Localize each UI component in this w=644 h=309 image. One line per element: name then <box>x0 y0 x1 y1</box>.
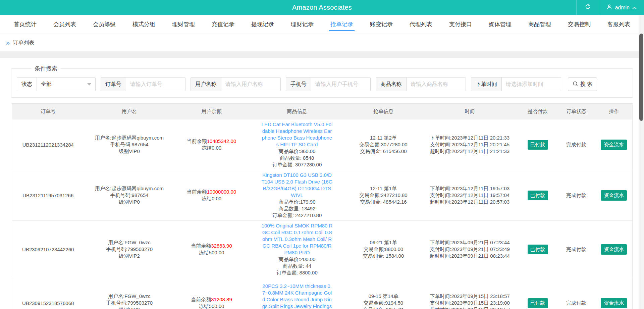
search-button-label: 搜 索 <box>580 81 592 88</box>
time-info: 下单时间:2023年09月15日 23:18:57支付时间:2023年09月15… <box>430 293 509 309</box>
nav-tab[interactable]: 理财记录 <box>282 15 322 34</box>
header-controls: admin <box>576 0 644 15</box>
admin-page: Amazon Associates admin <box>0 0 644 309</box>
order-status: 完成付款 <box>566 300 586 306</box>
fund-flow-button[interactable]: 资金流水 <box>601 190 627 201</box>
column-header: 用户名 <box>84 104 175 119</box>
breadcrumb: » 订单列表 <box>0 34 644 51</box>
user-menu[interactable]: admin <box>599 0 644 15</box>
search-field: 下单时间 <box>471 77 561 91</box>
search-legend: 条件搜索 <box>31 65 61 72</box>
field-label: 手机号 <box>286 78 311 91</box>
page-scrollbar[interactable] <box>639 15 644 309</box>
balance-info: 当前余额10485342.00冻结0.00 <box>176 138 247 151</box>
search-field: 用户名称 <box>191 77 281 91</box>
nav-tab[interactable]: 媒体管理 <box>480 15 520 34</box>
product-link[interactable]: Kingston DT100 G3 USB 3.0/DT104 USB 2.0 … <box>262 172 333 199</box>
balance-info: 当前余额32863.90冻结500.00 <box>176 243 247 256</box>
search-field: 商品名称 <box>376 77 466 91</box>
order-status: 完成付款 <box>566 246 586 252</box>
nav-tab[interactable]: 首页统计 <box>5 15 45 34</box>
nav-tab[interactable]: 理财管理 <box>164 15 203 34</box>
table-row: UB2309210723442260用户名:FGW_0wzc手机号码:79950… <box>12 221 633 278</box>
paid-badge: 已付款 <box>528 140 548 150</box>
field-label: 订单号 <box>101 78 126 91</box>
field-input[interactable] <box>407 78 466 91</box>
column-header: 是否付款 <box>519 104 557 119</box>
orders-table: 订单号用户名用户余额商品信息抢单信息时间是否付款订单状态操作 UB2312112… <box>12 103 633 309</box>
balance-info: 当前余额10000000.00冻结0.00 <box>176 189 247 202</box>
refresh-button[interactable] <box>576 0 599 15</box>
column-header: 订单状态 <box>557 104 596 119</box>
order-status: 完成付款 <box>566 192 586 198</box>
nav-tab[interactable]: 会员列表 <box>45 15 85 34</box>
nav-tab[interactable]: 充值记录 <box>203 15 243 34</box>
grab-info: 09-21 第1单交易金额:8800.00交易佣金: 1584.00 <box>347 239 420 259</box>
nav-tab[interactable]: 客服列表 <box>599 15 639 34</box>
nav-tab[interactable]: 模式分组 <box>124 15 164 34</box>
search-panel: 条件搜索 状态 全部 订单号用户名称手机号商品名称下单时间 <box>0 58 644 102</box>
column-header: 用户余额 <box>175 104 249 119</box>
column-header: 商品信息 <box>249 104 346 119</box>
field-label: 下单时间 <box>471 78 502 91</box>
order-number: UB2309210723442260 <box>13 247 83 252</box>
status-select[interactable]: 全部 <box>37 78 95 91</box>
product-info: LED Cat Ear Bluetooth V5.0 Foldable Head… <box>262 121 333 168</box>
table-row: UB2309152318576068用户名:FGW_0wzc手机号码:79950… <box>12 278 633 309</box>
table-row: UB2312112021334284用户名:起步源码网qibuym.com手机号… <box>12 119 633 170</box>
nav-tab[interactable]: 商品管理 <box>520 15 559 34</box>
nav-tab[interactable]: 支付接口 <box>441 15 480 34</box>
grab-info: 12-11 第2单交易金额:3077280.00交易佣金: 615456.00 <box>347 135 420 155</box>
order-number: UB2309152318576068 <box>13 300 83 306</box>
order-number: UB2312112021334284 <box>13 142 83 148</box>
nav-tab[interactable]: 代理列表 <box>401 15 441 34</box>
fund-flow-button[interactable]: 资金流水 <box>601 244 627 255</box>
product-info: 20PCS 3.2~10MM thickness 0.7~0.8MM 24K C… <box>262 283 333 309</box>
fund-flow-button[interactable]: 资金流水 <box>601 140 627 150</box>
column-header: 订单号 <box>12 104 84 119</box>
nav-tab[interactable]: 抢单记录 <box>322 15 362 34</box>
breadcrumb-label: 订单列表 <box>13 39 34 46</box>
column-header: 操作 <box>596 104 633 119</box>
search-field: 手机号 <box>286 77 371 91</box>
field-label: 商品名称 <box>376 78 407 91</box>
refresh-icon <box>585 4 591 11</box>
product-link[interactable]: LED Cat Ear Bluetooth V5.0 Foldable Head… <box>262 121 333 148</box>
nav-tab[interactable]: 会员等级 <box>85 15 124 34</box>
fund-flow-button[interactable]: 资金流水 <box>601 298 627 308</box>
nav-tab[interactable]: 提现记录 <box>243 15 282 34</box>
grab-info: 12-11 第1单交易金额:2427210.80交易佣金: 485442.16 <box>347 185 420 205</box>
paid-badge: 已付款 <box>528 245 548 254</box>
status-value: 全部 <box>41 81 52 88</box>
field-input[interactable] <box>502 78 561 91</box>
paid-badge: 已付款 <box>528 191 548 200</box>
nav-tab[interactable]: 交易控制 <box>559 15 599 34</box>
user-info: 用户名:FGW_0wzc手机号码:799503270级别VIP2 <box>86 293 173 309</box>
search-field: 订单号 <box>101 77 185 91</box>
search-fieldset: 条件搜索 状态 全部 订单号用户名称手机号商品名称下单时间 <box>11 65 633 98</box>
scrollbar-thumb[interactable] <box>639 34 643 121</box>
table-header-row: 订单号用户名用户余额商品信息抢单信息时间是否付款订单状态操作 <box>12 104 633 119</box>
search-icon <box>573 81 578 88</box>
field-input[interactable] <box>126 78 185 91</box>
field-input[interactable] <box>311 78 370 91</box>
product-info: Kingston DT100 G3 USB 3.0/DT104 USB 2.0 … <box>262 172 333 219</box>
user-icon <box>606 4 612 11</box>
product-link[interactable]: 100% Original SMOK RPM80 RGC Coil RGC 0.… <box>262 222 333 256</box>
time-info: 下单时间:2023年12月11日 19:57:03支付时间:2023年12月11… <box>430 185 509 205</box>
grab-info: 09-15 第14单交易金额:9194.50交易佣金: 1655.01 <box>347 293 420 309</box>
field-input[interactable] <box>221 78 280 91</box>
user-info: 用户名:起步源码网qibuym.com手机号码:987654级别VIP0 <box>86 135 173 155</box>
chevron-up-icon <box>632 5 637 11</box>
field-label: 用户名称 <box>191 78 221 91</box>
orders-table-panel: 订单号用户名用户余额商品信息抢单信息时间是否付款订单状态操作 UB2312112… <box>0 102 644 309</box>
product-link[interactable]: 20PCS 3.2~10MM thickness 0.7~0.8MM 24K C… <box>262 283 333 309</box>
order-number: UB2312111957031266 <box>13 193 83 198</box>
app-title: Amazon Associates <box>292 4 352 11</box>
time-info: 下单时间:2023年12月11日 20:21:33支付时间:2023年12月11… <box>430 135 509 155</box>
search-button[interactable]: 搜 索 <box>568 78 597 91</box>
status-filter: 状态 全部 <box>17 77 96 91</box>
status-label: 状态 <box>17 78 37 91</box>
table-body: UB2312112021334284用户名:起步源码网qibuym.com手机号… <box>12 119 633 309</box>
nav-tab[interactable]: 账变记录 <box>362 15 401 34</box>
